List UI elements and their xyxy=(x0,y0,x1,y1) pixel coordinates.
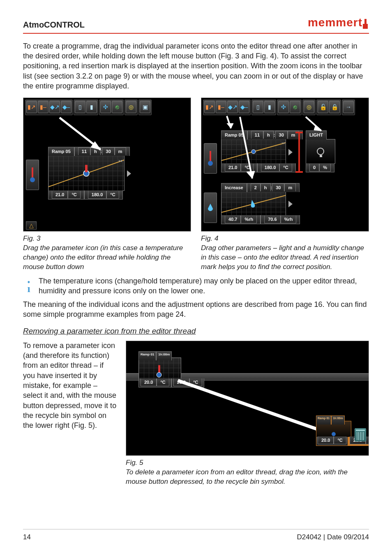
doc-info: D24042 | Date 09/2014 xyxy=(297,533,369,542)
brand-text: memmert xyxy=(308,15,362,30)
header-title: AtmoCONTROL xyxy=(23,19,85,30)
fig4-humid-name: Increase xyxy=(221,183,247,192)
door-open-icon[interactable]: ▯ xyxy=(75,101,85,113)
svg-rect-18 xyxy=(158,365,160,374)
lock-closed-icon[interactable]: 🔒 xyxy=(329,101,340,113)
alarm-icon[interactable]: △ xyxy=(26,221,37,230)
page-header: AtmoCONTROL memmert xyxy=(23,15,369,34)
brand-logo: memmert xyxy=(308,15,369,30)
toolbar-group-temp: ▮↗ ▮– ◆↗ ◆– xyxy=(25,100,73,115)
toolbar-group-light: ◎ xyxy=(125,100,138,115)
fig5-source-block[interactable]: Ramp 01 1h:00m 20.0°C 20.0°C xyxy=(138,357,181,381)
svg-point-19 xyxy=(157,372,161,377)
temp-ramp-icon[interactable]: ▮↗ xyxy=(204,101,215,113)
play-indicator-icon xyxy=(127,170,131,177)
toolbar: ▮↗ ▮– ◆↗ ◆– ▯ ▮ ✣ ⎋ ◎ ▣ xyxy=(25,100,189,115)
svg-point-22 xyxy=(332,432,336,436)
figure-3-image: ▮↗ ▮– ◆↗ ◆– ▯ ▮ ✣ ⎋ ◎ ▣ xyxy=(23,97,191,232)
svg-line-20 xyxy=(178,381,336,436)
arrow-icon[interactable]: → xyxy=(343,101,354,113)
page-number: 14 xyxy=(23,533,31,542)
fig5-src-dur: 1h:00m xyxy=(156,351,172,360)
fan-icon[interactable]: ✣ xyxy=(100,101,111,113)
fig5-src-start: 20.0°C xyxy=(138,378,171,388)
defrost-icon[interactable]: ⎋ xyxy=(112,101,122,113)
drag-arrow-light-icon xyxy=(302,114,327,135)
thermometer-icon xyxy=(204,143,217,174)
info-note: ı The temperature icons (change/hold tem… xyxy=(23,276,369,296)
fig4-humid-block[interactable]: Increase 2h:30m 40.7%rh 70.6%rh xyxy=(221,192,286,216)
end-icon[interactable]: ▣ xyxy=(140,101,150,113)
brand-mark-icon xyxy=(362,19,369,30)
svg-line-11 xyxy=(221,195,286,212)
svg-point-8 xyxy=(208,161,213,166)
light-icon[interactable]: ◎ xyxy=(304,101,314,113)
light-icon[interactable]: ◎ xyxy=(126,101,136,113)
svg-rect-7 xyxy=(210,151,211,162)
fig5-ghost-block[interactable]: Ramp 01 1h:00m 20.0°C 20.0°C xyxy=(316,421,351,441)
figure-5: Ramp 01 1h:00m 20.0°C 20.0°C Ramp 01 1h:… xyxy=(126,341,369,487)
fig4-light-value: 0% xyxy=(306,163,334,172)
humid-hold-icon[interactable]: ◆– xyxy=(239,101,249,113)
loop-icon: ↣ xyxy=(281,140,285,146)
figure-row-3-4: ▮↗ ▮– ◆↗ ◆– ▯ ▮ ✣ ⎋ ◎ ▣ xyxy=(23,97,369,272)
svg-marker-13 xyxy=(247,171,255,179)
fig3-start-val: 21.0°C xyxy=(48,190,84,200)
insertion-mark-icon xyxy=(298,132,300,173)
fig5-ghost-name: Ramp 01 xyxy=(316,415,331,425)
fig5-ghost-start: 20.0°C xyxy=(316,437,348,446)
fig3-end-val: 180.0°C xyxy=(84,190,123,200)
figure-4: ▮↗▮–◆↗◆– ▯▮ ✣⎋ ◎ 🔓🔒 → Ramp 05 11h:30m ↣ xyxy=(201,97,369,272)
info-text: The temperature icons (change/hold tempe… xyxy=(39,276,369,296)
fig4-humid-start: 40.7%rh xyxy=(221,215,261,224)
fig4-humid-end: 70.6%rh xyxy=(261,215,300,224)
door-close-icon[interactable]: ▮ xyxy=(264,101,275,113)
drag-arrow-icon xyxy=(55,114,109,155)
recycle-bin-icon[interactable] xyxy=(355,428,366,441)
figure-3: ▮↗ ▮– ◆↗ ◆– ▯ ▮ ✣ ⎋ ◎ ▣ xyxy=(23,97,191,272)
defrost-icon[interactable]: ⎋ xyxy=(290,101,300,113)
drag-arrow-humid-icon xyxy=(237,114,261,184)
loop-icon: ↣ xyxy=(118,158,122,164)
bulb-icon xyxy=(317,148,324,155)
fig5-ghost-dur: 1h:00m xyxy=(331,415,345,425)
svg-point-1 xyxy=(30,177,35,182)
remove-text: To remove a parameter icon (and therefor… xyxy=(23,341,118,487)
door-close-icon[interactable]: ▮ xyxy=(86,101,97,113)
toolbar-group-door: ▯ ▮ xyxy=(74,100,98,115)
humid-ramp-icon[interactable]: ◆↗ xyxy=(227,101,238,113)
toolbar-group-end: ▣ xyxy=(138,100,152,115)
svg-rect-4 xyxy=(85,165,88,172)
play-indicator-icon xyxy=(288,201,293,207)
humid-hold-icon[interactable]: ◆– xyxy=(61,101,71,113)
figure-4-image: ▮↗▮–◆↗◆– ▯▮ ✣⎋ ◎ 🔓🔒 → Ramp 05 11h:30m ↣ xyxy=(201,97,369,232)
fan-icon[interactable]: ✣ xyxy=(278,101,289,113)
figure-4-caption: Fig. 4 Drag other parameters – light and… xyxy=(201,234,369,272)
fig5-src-name: Ramp 01 xyxy=(138,351,156,360)
fig3-ramp-block[interactable]: Ramp 05 11h:30m ↣ 21.0°C 180.0°C xyxy=(48,155,125,191)
humid-ramp-icon[interactable]: ◆↗ xyxy=(49,101,60,113)
temp-hold-icon[interactable]: ▮– xyxy=(216,101,226,113)
remove-heading: Removing a parameter icon from the edito… xyxy=(23,326,369,337)
svg-line-2 xyxy=(48,160,124,187)
meaning-paragraph: The meaning of the individual icons and … xyxy=(23,299,369,320)
play-indicator-icon xyxy=(288,149,293,155)
lock-open-icon[interactable]: 🔓 xyxy=(318,101,328,113)
temp-hold-icon[interactable]: ▮– xyxy=(38,101,48,113)
svg-marker-15 xyxy=(227,123,233,128)
fig4-light-block[interactable]: LIGHT 0% xyxy=(306,139,335,164)
figure-5-image: Ramp 01 1h:00m 20.0°C 20.0°C Ramp 01 1h:… xyxy=(126,341,369,456)
thermometer-icon xyxy=(26,160,39,190)
toolbar-group-fxn: ✣ ⎋ xyxy=(99,100,124,115)
door-open-icon[interactable]: ▯ xyxy=(253,101,263,113)
intro-paragraph: To create a programme, drag the individu… xyxy=(23,41,369,91)
drag-arrow-humid2-icon xyxy=(224,114,236,132)
temp-ramp-icon[interactable]: ▮↗ xyxy=(26,101,37,113)
droplet-icon xyxy=(204,193,217,223)
svg-line-12 xyxy=(240,117,252,179)
fig4-humid-duration: 2h:30m xyxy=(247,183,300,192)
svg-point-3 xyxy=(83,171,89,176)
fig4-temp-end: 180.0°C xyxy=(257,163,296,172)
toolbar: ▮↗▮–◆↗◆– ▯▮ ✣⎋ ◎ 🔓🔒 → xyxy=(203,100,367,115)
figure-3-caption: Fig. 3 Drag the parameter icon (in this … xyxy=(23,234,191,272)
